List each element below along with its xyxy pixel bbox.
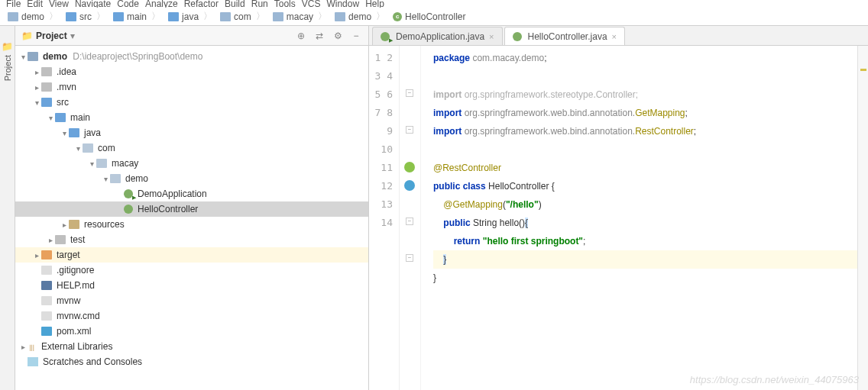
menu-item[interactable]: Window	[326, 0, 359, 8]
code-line[interactable]: @GetMapping("/hello")	[433, 195, 857, 214]
tree-node[interactable]: ▸ resources	[15, 217, 368, 232]
breadcrumb-item[interactable]: java〉	[165, 10, 217, 23]
expand-arrow-icon[interactable]: ▾	[32, 98, 41, 107]
class-icon: c	[393, 12, 402, 21]
warning-marker[interactable]	[860, 69, 866, 71]
tree-node[interactable]: mvnw.cmd	[15, 308, 368, 324]
menu-item[interactable]: Analyze	[145, 0, 178, 8]
fold-icon[interactable]: −	[406, 254, 413, 262]
fold-icon[interactable]: −	[406, 218, 413, 225]
settings-gear-icon[interactable]: ⚙	[332, 30, 344, 42]
expand-arrow-icon[interactable]: ▸	[60, 221, 69, 229]
tree-node[interactable]: ▸ .idea	[15, 64, 368, 79]
code-line[interactable]	[433, 67, 857, 85]
tree-node[interactable]: ▾ main	[15, 110, 368, 125]
error-stripe[interactable]	[857, 46, 868, 390]
code-line[interactable]: import org.springframework.web.bind.anno…	[433, 122, 857, 140]
tree-node[interactable]: pom.xml	[15, 324, 368, 339]
menu-item[interactable]: Help	[365, 0, 384, 8]
code-line[interactable]: @RestController	[433, 159, 857, 177]
editor-tab[interactable]: HelloController.java ×	[504, 27, 626, 45]
expand-arrow-icon[interactable]: ▾	[87, 160, 96, 168]
tree-node[interactable]: DemoApplication	[15, 186, 368, 201]
breadcrumb-label: java	[182, 11, 199, 22]
editor-tab[interactable]: DemoApplication.java ×	[372, 27, 503, 45]
menu-item[interactable]: Navigate	[75, 0, 111, 8]
tree-external-libs[interactable]: ▸ ⫼ External Libraries	[15, 339, 368, 354]
fold-icon[interactable]: −	[406, 89, 413, 97]
expand-icon[interactable]: ⇄	[313, 30, 326, 42]
breadcrumb-item[interactable]: src〉	[63, 10, 110, 23]
folder-orange-icon	[41, 250, 52, 259]
menu-item[interactable]: Tools	[274, 0, 296, 8]
expand-arrow-icon[interactable]: ▸	[18, 343, 28, 351]
close-tab-icon[interactable]: ×	[489, 32, 494, 41]
tree-node[interactable]: ▾ src	[15, 95, 368, 110]
code-editor[interactable]: 1 2 3 4 5 6 7 8 9 10 11 12 13 14 −−−− pa…	[369, 46, 868, 390]
tree-node[interactable]: mvnw	[15, 293, 368, 308]
project-side-tab[interactable]: 📁 Project	[0, 26, 15, 390]
tree-label: demo	[125, 173, 148, 184]
tree-node[interactable]: ▾ com	[15, 140, 368, 156]
breadcrumb-label: demo	[348, 11, 371, 22]
tree-node[interactable]: ▾ demo	[15, 171, 368, 186]
expand-arrow-icon[interactable]: ▸	[46, 236, 55, 244]
code-line[interactable]	[433, 287, 857, 305]
tree-node[interactable]: ▸ target	[15, 247, 368, 263]
locate-icon[interactable]: ⊕	[295, 30, 307, 42]
menu-item[interactable]: Code	[117, 0, 139, 8]
breadcrumb-item[interactable]: cHelloController	[390, 11, 468, 22]
menu-item[interactable]: Edit	[27, 0, 43, 8]
expand-arrow-icon[interactable]: ▸	[32, 251, 41, 259]
tree-node[interactable]: ▾ java	[15, 125, 368, 140]
tree-root[interactable]: ▾ demo D:\ideaproject\SpringBoot\demo	[15, 49, 368, 64]
code-line[interactable]: import org.springframework.web.bind.anno…	[433, 104, 857, 122]
fold-icon[interactable]: −	[406, 126, 413, 134]
menu-item[interactable]: Refactor	[184, 0, 219, 8]
code-content[interactable]: package com.macay.demo; import org.sprin…	[421, 46, 857, 390]
menu-item[interactable]: VCS	[302, 0, 321, 8]
breadcrumb-item[interactable]: demo〉	[5, 10, 63, 23]
menu-item[interactable]: View	[49, 0, 69, 8]
tree-node[interactable]: HelloController	[15, 201, 368, 217]
menu-item[interactable]: File	[6, 0, 21, 8]
code-line[interactable]: package com.macay.demo;	[433, 49, 857, 67]
tree-label: Scratches and Consoles	[43, 356, 142, 367]
tree-label: .mvn	[57, 82, 76, 92]
collapse-icon[interactable]: −	[350, 30, 362, 42]
menu-item[interactable]: Run	[251, 0, 268, 8]
tree-node[interactable]: ▸ test	[15, 232, 368, 247]
expand-arrow-icon[interactable]: ▾	[101, 175, 110, 183]
expand-arrow-icon[interactable]: ▾	[73, 144, 83, 153]
tree-node[interactable]: ▾ macay	[15, 156, 368, 171]
breadcrumb-item[interactable]: main〉	[110, 10, 165, 23]
file-icon	[41, 296, 52, 305]
folder-blue-icon	[41, 98, 52, 107]
tree-scratches[interactable]: Scratches and Consoles	[15, 354, 368, 369]
breadcrumb-item[interactable]: macay〉	[270, 10, 332, 23]
chevron-right-icon: 〉	[151, 10, 160, 23]
run-gutter-icon[interactable]	[404, 162, 415, 172]
menu-item[interactable]: Build	[225, 0, 245, 8]
tree-node[interactable]: ▸ .mvn	[15, 79, 368, 95]
breadcrumb-item[interactable]: demo〉	[332, 10, 390, 23]
code-line[interactable]: import org.springframework.stereotype.Co…	[433, 85, 857, 104]
code-line[interactable]	[433, 140, 857, 159]
class-icon	[513, 32, 522, 41]
expand-arrow-icon[interactable]: ▾	[46, 114, 55, 122]
class-gutter-icon[interactable]	[404, 180, 415, 191]
expand-arrow-icon[interactable]: ▾	[60, 129, 69, 137]
tree-node[interactable]: .gitignore	[15, 263, 368, 278]
code-line[interactable]: }	[433, 250, 857, 269]
code-line[interactable]: }	[433, 269, 857, 287]
code-line[interactable]: return "hello first springboot";	[433, 232, 857, 250]
code-line[interactable]: public class HelloController {	[433, 177, 857, 195]
close-tab-icon[interactable]: ×	[612, 32, 617, 41]
expand-arrow-icon[interactable]: ▸	[32, 83, 41, 92]
project-view-dropdown-icon[interactable]: ▾	[70, 31, 75, 41]
expand-arrow-icon[interactable]: ▸	[32, 68, 41, 76]
expand-arrow-icon[interactable]: ▾	[18, 53, 28, 61]
code-line[interactable]: public String hello(){	[433, 214, 857, 232]
tree-node[interactable]: HELP.md	[15, 278, 368, 293]
breadcrumb-item[interactable]: com〉	[217, 10, 270, 23]
